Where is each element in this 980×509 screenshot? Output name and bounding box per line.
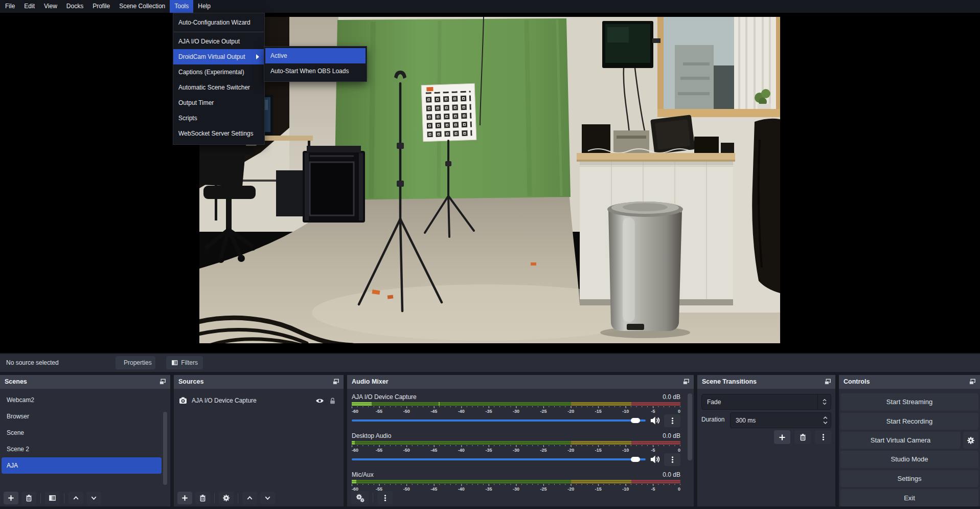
source-properties-button[interactable] — [219, 492, 234, 504]
advanced-audio-properties-button[interactable] — [351, 491, 369, 504]
menu-item-scripts[interactable]: Scripts — [173, 110, 264, 126]
channel-options-button[interactable] — [664, 453, 680, 466]
menu-item-output-timer[interactable]: Output Timer — [173, 95, 264, 110]
source-toolbar: No source selected Properties Filters — [0, 354, 980, 372]
trash-icon — [199, 494, 207, 502]
move-scene-down-button[interactable] — [86, 492, 101, 504]
double-gear-icon — [356, 494, 364, 502]
add-transition-button[interactable] — [774, 430, 790, 444]
add-scene-button[interactable] — [4, 492, 18, 504]
chevron-up-icon — [246, 494, 254, 502]
start-recording-button[interactable]: Start Recording — [840, 413, 978, 430]
move-scene-up-button[interactable] — [69, 492, 83, 504]
move-source-down-button[interactable] — [260, 492, 275, 504]
scale-label: 0 — [678, 486, 680, 492]
remove-source-button[interactable] — [195, 492, 210, 504]
menu-item-aja-io-device-output[interactable]: AJA I/O Device Output — [173, 34, 264, 49]
slider-handle[interactable] — [631, 457, 640, 462]
mixer-options-button[interactable] — [377, 491, 393, 504]
channel-options-button[interactable] — [664, 414, 680, 427]
submenu-item-active[interactable]: Active — [265, 48, 366, 63]
remove-transition-button[interactable] — [794, 430, 811, 444]
scale-label: -25 — [540, 447, 547, 453]
scene-transitions-panel: Scene Transitions Fade Duration 300 ms — [697, 375, 835, 506]
move-source-up-button[interactable] — [242, 492, 257, 504]
scenes-panel: Scenes Webcam2 Browser Scene Scene 2 AJA — [0, 375, 170, 506]
scene-transitions-body: Fade Duration 300 ms — [697, 389, 835, 506]
kebab-icon — [381, 494, 389, 502]
scale-label: -50 — [403, 447, 410, 453]
duration-spinner[interactable]: 300 ms — [730, 412, 831, 428]
trash-icon — [25, 494, 33, 502]
menubar-item-scene-collection[interactable]: Scene Collection — [115, 0, 170, 13]
mixer-scrollbar[interactable] — [688, 393, 692, 460]
volume-slider[interactable] — [352, 455, 646, 464]
scene-item-selected[interactable]: AJA — [2, 457, 162, 474]
meter-scale: -60 -55 -50 -45 -40 -35 -30 -25 -20 -15 … — [352, 408, 680, 414]
menubar: File Edit View Docks Profile Scene Colle… — [0, 0, 980, 13]
scene-item[interactable]: Webcam2 — [2, 392, 162, 408]
menu-item-automatic-scene-switcher[interactable]: Automatic Scene Switcher — [173, 80, 264, 95]
audio-mixer-body: AJA I/O Device Capture 0.0 dB -60 -55 -5… — [347, 389, 694, 506]
settings-button[interactable]: Settings — [840, 470, 978, 488]
scene-item[interactable]: Scene — [2, 425, 162, 441]
scale-label: -35 — [485, 447, 492, 453]
slider-handle[interactable] — [631, 418, 640, 423]
sources-panel-header: Sources — [174, 375, 344, 389]
scene-item[interactable]: Browser — [2, 408, 162, 425]
menubar-item-edit[interactable]: Edit — [19, 0, 39, 13]
scale-label: -5 — [651, 408, 655, 414]
scale-label: -25 — [540, 486, 547, 492]
plus-icon — [181, 494, 189, 502]
menubar-item-view[interactable]: View — [39, 0, 62, 13]
menubar-item-file[interactable]: File — [1, 0, 19, 13]
virtual-camera-settings-button[interactable] — [963, 432, 978, 449]
submenu-item-auto-start-when-obs-loads[interactable]: Auto-Start When OBS Loads — [265, 63, 366, 79]
toolbar-separator — [373, 493, 373, 503]
speaker-icon[interactable] — [650, 454, 660, 464]
exit-button[interactable]: Exit — [840, 489, 978, 506]
menu-item-droidcam-virtual-output[interactable]: DroidCam Virtual Output — [173, 49, 264, 64]
volume-slider[interactable] — [352, 416, 646, 425]
properties-button[interactable]: Properties — [116, 356, 155, 369]
chevron-down-icon — [264, 494, 271, 502]
eye-icon[interactable] — [315, 396, 324, 405]
scale-label: -35 — [485, 486, 492, 492]
duration-value: 300 ms — [731, 417, 819, 424]
menubar-item-help[interactable]: Help — [193, 0, 215, 13]
scale-label: -45 — [430, 486, 437, 492]
mixer-channel-name: Mic/Aux — [352, 470, 663, 480]
kebab-icon — [669, 417, 676, 425]
remove-scene-button[interactable] — [21, 492, 36, 504]
menubar-item-docks[interactable]: Docks — [62, 0, 88, 13]
transition-options-button[interactable] — [815, 430, 831, 444]
toolbar-separator — [238, 493, 238, 503]
scenes-scrollbar[interactable] — [163, 412, 167, 485]
start-virtual-camera-button[interactable]: Start Virtual Camera — [840, 432, 961, 449]
add-source-button[interactable] — [177, 492, 192, 504]
scene-filters-button[interactable] — [45, 492, 60, 504]
spinner-arrows-icon[interactable] — [819, 416, 831, 425]
scale-label: -60 — [352, 447, 358, 453]
menubar-item-profile[interactable]: Profile — [88, 0, 115, 13]
menubar-item-tools[interactable]: Tools — [170, 0, 193, 13]
filters-button[interactable]: Filters — [166, 356, 203, 369]
toolbar-separator — [40, 493, 41, 503]
scene-transitions-header: Scene Transitions — [697, 375, 835, 389]
plus-icon — [7, 494, 15, 502]
lock-icon[interactable] — [329, 397, 336, 405]
start-streaming-button[interactable]: Start Streaming — [840, 393, 978, 411]
filter-icon — [49, 494, 56, 502]
source-item[interactable]: AJA I/O Device Capture — [174, 393, 344, 408]
menu-item-captions-experimental[interactable]: Captions (Experimental) — [173, 64, 264, 80]
studio-mode-button[interactable]: Studio Mode — [840, 451, 978, 468]
speaker-icon[interactable] — [650, 415, 660, 426]
scale-label: -20 — [567, 447, 574, 453]
mixer-toolbar — [351, 491, 393, 504]
scene-item[interactable]: Scene 2 — [2, 441, 162, 457]
menu-item-auto-configuration-wizard[interactable]: Auto-Configuration Wizard — [173, 15, 264, 30]
menu-item-websocket-server-settings[interactable]: WebSocket Server Settings — [173, 126, 264, 141]
transition-select[interactable]: Fade — [701, 394, 831, 410]
chevron-down-icon — [90, 494, 98, 502]
controls-panel: Controls Start Streaming Start Recording… — [839, 375, 980, 506]
